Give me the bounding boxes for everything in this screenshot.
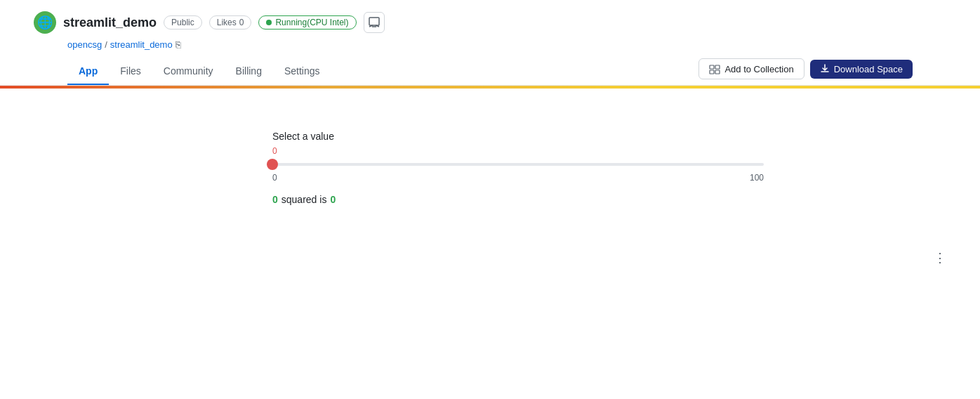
add-collection-label: Add to Collection: [724, 64, 793, 74]
action-buttons: Add to Collection Download Space: [698, 58, 913, 85]
svg-rect-6: [710, 70, 714, 74]
breadcrumb-repo[interactable]: streamlit_demo: [110, 39, 173, 50]
download-space-label: Download Space: [834, 64, 903, 74]
tab-billing[interactable]: Billing: [225, 58, 273, 85]
slider-wrapper: 0 100: [272, 163, 764, 183]
content-area: Select a value 0 0 100 0 squared is 0: [0, 89, 980, 369]
slider-track[interactable]: [272, 163, 764, 166]
main-content: Select a value 0 0 100 0 squared is 0: [34, 89, 946, 369]
tab-community[interactable]: Community: [152, 58, 225, 85]
slider-section: Select a value 0 0 100 0 squared is 0: [230, 131, 750, 205]
breadcrumb-sep: /: [105, 39, 107, 50]
embed-icon: [369, 17, 380, 28]
app-name: streamlit_demo: [63, 15, 157, 30]
copy-icon[interactable]: ⎘: [176, 39, 181, 50]
app-icon: 🌐: [34, 11, 56, 34]
result-value-num: 0: [330, 194, 336, 205]
tab-settings[interactable]: Settings: [273, 58, 331, 85]
add-to-collection-button[interactable]: Add to Collection: [698, 58, 804, 79]
slider-label: Select a value: [272, 131, 750, 142]
likes-badge: Likes 0: [209, 15, 252, 30]
three-dots-menu[interactable]: ⋮: [934, 250, 946, 266]
public-badge: Public: [164, 15, 202, 30]
download-space-button[interactable]: Download Space: [810, 60, 913, 79]
result-text: 0 squared is 0: [272, 194, 750, 205]
download-icon: [820, 64, 830, 74]
tab-files[interactable]: Files: [109, 58, 152, 85]
likes-label: Likes: [217, 18, 237, 27]
svg-rect-4: [710, 65, 714, 69]
tab-bar: App Files Community Billing Settings: [67, 58, 331, 85]
breadcrumb-org[interactable]: opencsg: [67, 39, 102, 50]
likes-count: 0: [239, 18, 244, 27]
svg-rect-0: [369, 18, 379, 25]
collection-icon: [709, 63, 720, 74]
slider-min: 0: [272, 173, 277, 183]
running-dot: [266, 20, 272, 25]
slider-max: 100: [750, 173, 764, 183]
embed-button[interactable]: [364, 12, 385, 33]
running-badge: Running(CPU Intel): [258, 15, 356, 30]
svg-rect-7: [715, 70, 720, 74]
svg-rect-5: [715, 65, 720, 69]
slider-value-display: 0: [272, 146, 750, 156]
tab-app[interactable]: App: [67, 58, 109, 85]
slider-thumb[interactable]: [267, 159, 278, 170]
running-label: Running(CPU Intel): [275, 18, 348, 27]
result-label: squared is: [282, 194, 327, 205]
slider-range-labels: 0 100: [272, 173, 764, 183]
result-prefix-num: 0: [272, 194, 278, 205]
breadcrumb: opencsg / streamlit_demo ⎘: [34, 39, 946, 50]
